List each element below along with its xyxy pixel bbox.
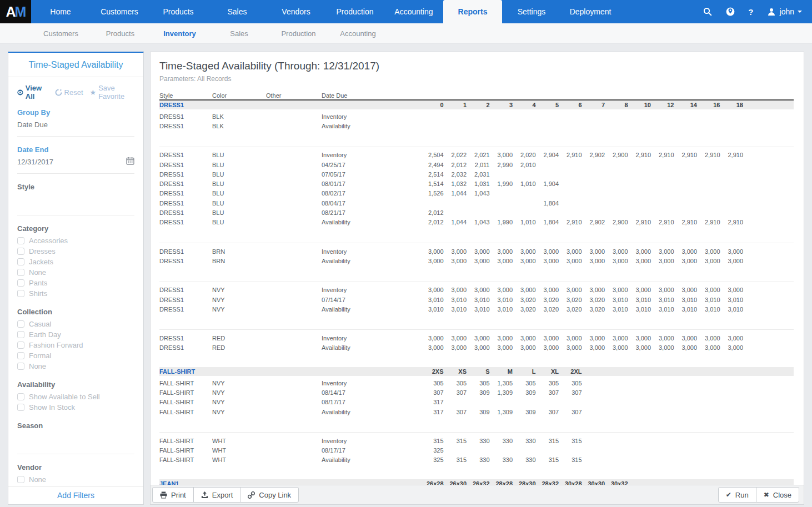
checkbox-icon[interactable]: [17, 248, 24, 255]
filter-option[interactable]: None: [17, 474, 134, 485]
color-block-dress1-blk: DRESS1 BLK Inventory DRESS1 BLK Availabi…: [159, 112, 794, 131]
copy-link-button[interactable]: Copy Link: [240, 487, 299, 503]
table-row: FALL-SHIRT NVY Inventory3053053051,30530…: [159, 378, 794, 388]
view-all-button[interactable]: View All: [17, 84, 48, 101]
filter-option[interactable]: Accessories: [17, 235, 134, 246]
logo-letter-a: A: [6, 4, 15, 20]
subnav-item-inventory[interactable]: Inventory: [150, 29, 209, 38]
filter-section-label: Category: [17, 224, 134, 233]
add-filters-link[interactable]: Add Filters: [57, 491, 94, 500]
checkbox-icon[interactable]: [17, 476, 24, 483]
close-button[interactable]: ✖ Close: [756, 487, 799, 503]
filter-option[interactable]: Earth Day: [17, 329, 134, 340]
filter-section-label: Group By: [17, 108, 134, 117]
cell-color: BLU: [212, 162, 266, 168]
style-group-fall-shirt: FALL-SHIRT2XSXSSMLXL2XL FALL-SHIRT NVY I…: [159, 367, 794, 465]
filter-option[interactable]: Fashion Forward: [17, 340, 134, 350]
nav-item-settings[interactable]: Settings: [502, 0, 561, 23]
nav-item-reports[interactable]: Reports: [443, 0, 502, 23]
checkbox-icon[interactable]: [17, 352, 24, 359]
checkbox-icon[interactable]: [17, 237, 24, 244]
subnav-item-customers[interactable]: Customers: [31, 29, 91, 38]
cell-style: DRESS1: [159, 123, 212, 129]
table-row: DRESS1 BRN Inventory3,0003,0003,0003,000…: [159, 247, 794, 256]
subnav-item-sales[interactable]: Sales: [209, 29, 269, 38]
export-button[interactable]: Export: [193, 487, 241, 503]
checkbox-icon[interactable]: [17, 320, 24, 328]
run-button[interactable]: ✔ Run: [718, 487, 756, 503]
cell-date-due: 07/05/17: [322, 171, 424, 178]
filter-option[interactable]: Show Available to Sell: [17, 391, 134, 402]
report-content[interactable]: Time-Staged Availability (Through: 12/31…: [151, 52, 804, 485]
printer-icon: [160, 491, 167, 499]
filter-option[interactable]: Shirts: [17, 288, 134, 299]
filter-option[interactable]: Pants: [17, 278, 134, 288]
filter-section-label: Availability: [17, 380, 134, 389]
nav-item-accounting[interactable]: Accounting: [384, 0, 443, 23]
calendar-icon[interactable]: [126, 157, 134, 167]
checkbox-icon[interactable]: [17, 393, 24, 400]
checkbox-icon[interactable]: [17, 331, 24, 338]
divider: [17, 136, 134, 137]
group-header-row: DRESS10123456781012141618: [159, 101, 794, 109]
table-row: DRESS1 RED Inventory3,0003,0003,0003,000…: [159, 333, 794, 343]
checkbox-icon[interactable]: [17, 342, 24, 349]
globe-icon[interactable]: [725, 7, 735, 17]
nav-item-products[interactable]: Products: [149, 0, 208, 23]
table-row: DRESS1 NVY 07/14/173,0103,0103,0103,0103…: [159, 295, 794, 304]
save-favorite-button[interactable]: ★ Save Favorite: [90, 84, 135, 101]
filter-option[interactable]: Show In Stock: [17, 402, 134, 413]
cell-color: BLU: [212, 219, 266, 225]
filter-option[interactable]: Casual: [17, 319, 134, 329]
table-row: DRESS1 BLU 04/25/172,4942,0122,0112,9902…: [159, 160, 794, 169]
empty-filter-area[interactable]: [17, 194, 134, 208]
table-row: DRESS1 NVY Inventory3,0003,0003,0003,000…: [159, 285, 794, 295]
group-by-value[interactable]: Date Due: [17, 119, 134, 129]
group-style-name: DRESS1: [159, 102, 424, 108]
filter-section-collection: Collection Casual Earth Day Fashion Forw…: [17, 308, 134, 372]
refresh-icon: [55, 89, 62, 96]
sidebar-footer: Add Filters: [8, 486, 143, 504]
app-logo[interactable]: AM: [0, 0, 31, 23]
table-row: FALL-SHIRT NVY 08/14/173073073091,309309…: [159, 388, 794, 397]
subnav-item-products[interactable]: Products: [91, 29, 150, 38]
checkbox-icon[interactable]: [17, 269, 24, 276]
filter-option[interactable]: Jackets: [17, 257, 134, 267]
checkbox-icon[interactable]: [17, 290, 24, 297]
subnav-item-accounting[interactable]: Accounting: [328, 29, 388, 38]
checkbox-icon[interactable]: [17, 258, 24, 265]
print-button[interactable]: Print: [152, 487, 194, 503]
reset-button[interactable]: Reset: [55, 88, 83, 97]
cell-date-due: 08/14/17: [322, 389, 424, 396]
checkbox-icon[interactable]: [17, 279, 24, 287]
nav-item-vendors[interactable]: Vendors: [267, 0, 325, 23]
group-style-name: JEAN1: [159, 480, 424, 485]
filter-option[interactable]: None: [17, 361, 134, 372]
filter-section-group-by: Group ByDate Due: [17, 108, 134, 137]
cell-color: BLU: [212, 209, 266, 216]
filter-option[interactable]: Formal: [17, 350, 134, 361]
empty-filter-area[interactable]: [17, 433, 134, 447]
nav-item-customers[interactable]: Customers: [90, 0, 149, 23]
cell-color: BLK: [212, 123, 266, 129]
nav-item-deployment[interactable]: Deployment: [561, 0, 620, 23]
filter-option[interactable]: Dresses: [17, 246, 134, 257]
search-icon[interactable]: [703, 7, 712, 17]
checkbox-icon[interactable]: [17, 404, 24, 411]
checkbox-icon[interactable]: [17, 363, 24, 370]
date-end-field[interactable]: 12/31/2017: [17, 157, 134, 167]
filter-section-category: Category Accessories Dresses Jackets Non…: [17, 224, 134, 299]
cell-style: FALL-SHIRT: [159, 447, 212, 454]
cell-style: DRESS1: [159, 258, 212, 264]
subnav-item-production[interactable]: Production: [269, 29, 328, 38]
nav-item-home[interactable]: Home: [31, 0, 90, 23]
nav-item-production[interactable]: Production: [325, 0, 384, 23]
cell-style: FALL-SHIRT: [159, 438, 212, 444]
nav-item-sales[interactable]: Sales: [208, 0, 267, 23]
help-icon[interactable]: ?: [748, 7, 753, 17]
cell-date-due: Availability: [322, 258, 424, 264]
cell-style: DRESS1: [159, 287, 212, 293]
filter-option[interactable]: None: [17, 267, 134, 278]
user-menu[interactable]: john: [767, 7, 802, 17]
cell-style: DRESS1: [159, 297, 212, 303]
